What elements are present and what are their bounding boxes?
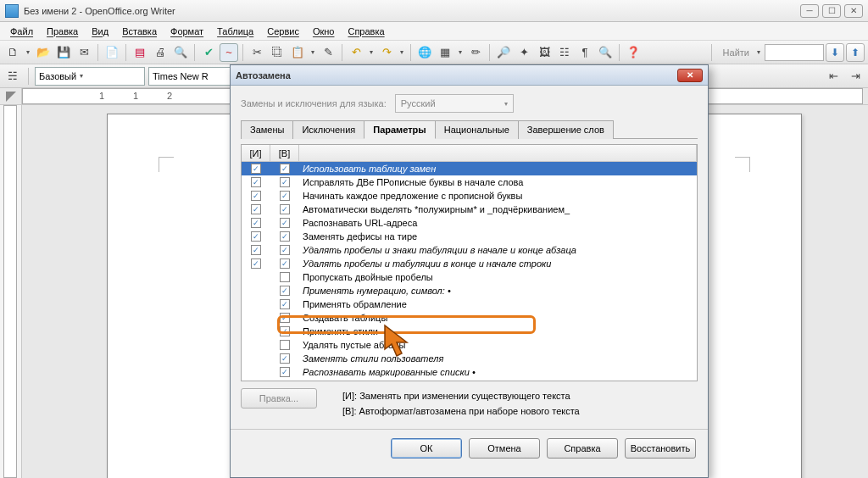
paste-dropdown[interactable]: ▾: [309, 48, 317, 56]
checkbox-v[interactable]: [280, 204, 290, 214]
autospell-icon[interactable]: ~: [220, 43, 238, 62]
help-icon[interactable]: ❓: [624, 43, 643, 62]
option-row[interactable]: Начинать каждое предложение с прописной …: [242, 189, 697, 203]
maximize-button[interactable]: ☐: [822, 4, 841, 18]
undo-dropdown[interactable]: ▾: [367, 48, 376, 56]
menu-view[interactable]: Вид: [85, 25, 115, 38]
nonprinting-icon[interactable]: ¶: [576, 43, 594, 62]
checkbox-v[interactable]: [280, 353, 290, 364]
dialog-close-button[interactable]: ✕: [677, 69, 703, 82]
checkbox-v[interactable]: [280, 258, 290, 269]
options-body[interactable]: Использовать таблицу заменИсправлять ДВе…: [242, 162, 697, 381]
preview-icon[interactable]: 🔍: [171, 43, 190, 62]
email-icon[interactable]: ✉: [75, 43, 93, 62]
option-row[interactable]: Распознавать URL-адреса: [242, 216, 697, 230]
print-icon[interactable]: 🖨: [151, 43, 170, 62]
menu-tools[interactable]: Сервис: [260, 25, 306, 38]
checkbox-m[interactable]: [251, 245, 261, 255]
find-prev-icon[interactable]: ⬆: [846, 43, 865, 62]
col-m[interactable]: [И]: [242, 145, 270, 161]
checkbox-v[interactable]: [280, 313, 290, 323]
option-row[interactable]: Исправлять ДВе ПРописные буквы в начале …: [242, 175, 697, 189]
hyperlink-icon[interactable]: 🌐: [415, 43, 434, 62]
option-row[interactable]: Распознавать маркированные списки •: [242, 365, 697, 379]
language-combo[interactable]: Русский ▾: [395, 94, 514, 113]
redo-icon[interactable]: ↷: [377, 43, 396, 62]
dialog-titlebar[interactable]: Автозамена ✕: [231, 65, 708, 86]
checkbox-v[interactable]: [280, 245, 290, 255]
checkbox-v[interactable]: [280, 164, 290, 174]
font-name-combo[interactable]: Times New R: [148, 67, 233, 86]
tab-options[interactable]: Параметры: [364, 120, 435, 139]
menu-window[interactable]: Окно: [306, 25, 342, 38]
redo-dropdown[interactable]: ▾: [398, 48, 406, 56]
navigator-icon[interactable]: ✦: [515, 43, 533, 62]
find-icon[interactable]: 🔎: [494, 43, 513, 62]
paste-icon[interactable]: 📋: [288, 43, 307, 62]
checkbox-v[interactable]: [280, 231, 290, 242]
menu-insert[interactable]: Вставка: [115, 25, 164, 38]
option-row[interactable]: Заменять стили пользователя: [242, 352, 697, 365]
checkbox-m[interactable]: [251, 191, 261, 201]
vertical-ruler[interactable]: [0, 105, 22, 478]
save-icon[interactable]: 💾: [54, 43, 73, 62]
find-next-icon[interactable]: ⬇: [826, 43, 844, 62]
datasource-icon[interactable]: ☷: [555, 43, 574, 62]
option-row[interactable]: Автоматически выделять *полужирным* и _п…: [242, 203, 697, 216]
checkbox-v[interactable]: [280, 177, 290, 187]
new-doc-icon[interactable]: 🗋: [3, 43, 22, 62]
option-row[interactable]: Применять стили: [242, 325, 697, 338]
format-paintbrush-icon[interactable]: ✎: [319, 43, 337, 62]
checkbox-v[interactable]: [280, 299, 290, 309]
open-icon[interactable]: 📂: [34, 43, 53, 62]
option-row[interactable]: Заменять дефисы на тире: [242, 230, 697, 243]
checkbox-v[interactable]: [280, 286, 290, 296]
tab-replace[interactable]: Замены: [241, 120, 293, 139]
checkbox-m[interactable]: [251, 204, 261, 214]
checkbox-m[interactable]: [251, 164, 261, 174]
help-button[interactable]: Справка: [547, 438, 618, 459]
option-row[interactable]: Удалять пустые абзацы: [242, 338, 697, 352]
ruler-corner[interactable]: [0, 88, 22, 104]
checkbox-m[interactable]: [251, 258, 261, 269]
checkbox-v[interactable]: [280, 272, 290, 282]
cancel-button[interactable]: Отмена: [469, 438, 540, 459]
pdf-icon[interactable]: ▤: [131, 43, 149, 62]
reset-button[interactable]: Восстановить: [625, 438, 696, 459]
find-dropdown[interactable]: ▾: [754, 48, 763, 56]
menu-edit[interactable]: Правка: [40, 25, 85, 38]
checkbox-v[interactable]: [280, 326, 290, 336]
table-icon[interactable]: ▦: [436, 43, 454, 62]
menu-help[interactable]: Справка: [341, 25, 391, 38]
close-button[interactable]: ✕: [844, 4, 863, 18]
table-dropdown[interactable]: ▾: [456, 48, 465, 56]
styles-icon[interactable]: ☵: [3, 67, 22, 86]
menu-table[interactable]: Таблица: [210, 25, 260, 38]
option-row[interactable]: Использовать таблицу замен: [242, 162, 697, 175]
edit-button[interactable]: Правка...: [241, 388, 317, 409]
checkbox-m[interactable]: [251, 218, 261, 228]
edit-doc-icon[interactable]: 📄: [103, 43, 121, 62]
tab-localized[interactable]: Национальные: [435, 120, 519, 139]
col-text[interactable]: [299, 145, 697, 161]
menu-format[interactable]: Формат: [164, 25, 210, 38]
option-row[interactable]: Объединять однострочные абзацы, если дли…: [242, 379, 697, 381]
ok-button[interactable]: ОК: [391, 438, 462, 459]
option-row[interactable]: Создавать таблицы: [242, 311, 697, 325]
checkbox-m[interactable]: [251, 231, 261, 242]
menu-file[interactable]: Файл: [3, 25, 40, 38]
drawing-icon[interactable]: ✏: [466, 43, 485, 62]
checkbox-v[interactable]: [280, 367, 290, 377]
paragraph-style-combo[interactable]: Базовый ▾: [35, 67, 145, 86]
option-row[interactable]: Удалять пробелы и табуляции в конце и на…: [242, 257, 697, 270]
option-row[interactable]: Применять обрамление: [242, 297, 697, 311]
option-row[interactable]: Удалять пробелы и знаки табуляции в нача…: [242, 243, 697, 257]
undo-icon[interactable]: ↶: [347, 43, 365, 62]
checkbox-v[interactable]: [280, 218, 290, 228]
minimize-button[interactable]: ─: [800, 4, 819, 18]
indent-increase-icon[interactable]: ⇥: [846, 67, 865, 86]
new-doc-dropdown[interactable]: ▾: [24, 48, 32, 56]
checkbox-m[interactable]: [251, 177, 261, 187]
checkbox-v[interactable]: [280, 340, 290, 350]
spellcheck-icon[interactable]: ✔: [199, 43, 218, 62]
